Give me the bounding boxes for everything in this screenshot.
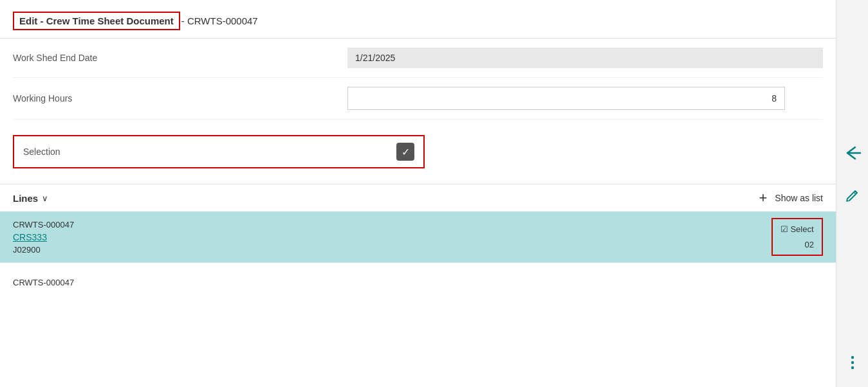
selection-label: Selection	[23, 147, 396, 157]
line-doc-num: CRWTS-000047	[13, 220, 771, 230]
line-select-area[interactable]: ☑ Select 02	[771, 218, 823, 256]
work-shed-end-date-label: Work Shed End Date	[13, 53, 347, 63]
work-shed-end-date-value: 1/21/2025	[347, 48, 823, 68]
title-bar: Edit - Crew Time Sheet Document - CRWTS-…	[0, 0, 836, 39]
line-info: CRWTS-000047 CRS333 J02900	[13, 218, 771, 256]
form-area: Work Shed End Date 1/21/2025 Working Hou…	[0, 39, 836, 184]
selection-section: Selection ✓	[13, 120, 823, 184]
lines-header: Lines ∨ + Show as list	[0, 184, 836, 212]
show-as-list-button[interactable]: Show as list	[775, 193, 823, 203]
svg-point-2	[851, 361, 853, 364]
document-id: - CRWTS-000047	[181, 15, 258, 26]
edit-pencil-icon[interactable]	[841, 184, 864, 207]
select-label: Select	[790, 224, 813, 234]
right-sidebar	[836, 0, 868, 387]
lines-table: CRWTS-000047 CRS333 J02900 ☑ Select 02 C…	[0, 212, 836, 302]
checkmark-icon: ✓	[402, 146, 410, 158]
svg-point-3	[851, 366, 853, 369]
line-link[interactable]: CRS333	[13, 232, 771, 242]
line-doc-num: CRWTS-000047	[13, 278, 823, 287]
working-hours-label: Working Hours	[13, 93, 347, 104]
more-options-icon[interactable]	[841, 351, 864, 374]
selection-row[interactable]: Selection ✓	[13, 135, 425, 168]
back-arrow-icon[interactable]	[841, 141, 864, 165]
line-number: 02	[805, 240, 814, 249]
date-display: 1/21/2025	[347, 48, 823, 68]
lines-chevron-icon[interactable]: ∨	[42, 194, 48, 203]
table-row: CRWTS-000047 CRS333 J02900 ☑ Select 02	[0, 212, 836, 263]
line-checkbox-icon: ☑	[780, 224, 788, 234]
table-row: CRWTS-000047	[0, 263, 836, 302]
lines-title: Lines	[13, 193, 38, 204]
add-line-button[interactable]: +	[759, 191, 767, 205]
work-shed-end-date-row: Work Shed End Date 1/21/2025	[13, 39, 823, 78]
svg-point-1	[851, 356, 853, 359]
working-hours-row: Working Hours	[13, 78, 823, 120]
working-hours-input[interactable]	[347, 87, 785, 110]
select-check-label[interactable]: ☑ Select	[780, 224, 813, 234]
line-job: J02900	[13, 245, 771, 255]
edit-document-link[interactable]: Edit - Crew Time Sheet Document	[13, 12, 180, 30]
line-info: CRWTS-000047	[13, 269, 823, 295]
working-hours-value[interactable]	[347, 87, 823, 110]
selection-checkbox[interactable]: ✓	[396, 143, 414, 161]
